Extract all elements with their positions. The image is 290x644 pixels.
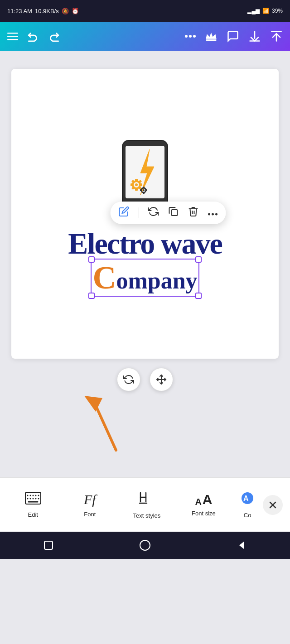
wifi-icon: 📶 xyxy=(262,8,269,14)
main-toolbar xyxy=(0,22,290,51)
color-tool[interactable]: A Co xyxy=(232,487,263,523)
edit-icon[interactable] xyxy=(118,206,129,220)
redo-button[interactable] xyxy=(48,30,60,42)
electro-wave-text: Electro wave xyxy=(68,229,222,259)
svg-rect-0 xyxy=(7,33,18,34)
network-speed: 10.9KB/s xyxy=(35,8,59,14)
electro-text: Electro wave xyxy=(68,229,222,259)
time: 11:23 AM xyxy=(7,8,32,14)
nav-bar xyxy=(0,532,290,559)
svg-point-12 xyxy=(135,183,138,186)
svg-rect-1 xyxy=(7,36,18,37)
font-size-tool[interactable]: AA Font size xyxy=(175,488,232,521)
crown-icon[interactable] xyxy=(205,30,218,43)
keyboard-icon xyxy=(25,492,41,508)
share-button[interactable] xyxy=(270,30,283,43)
color-icon: A xyxy=(241,491,254,508)
svg-point-3 xyxy=(185,35,188,38)
svg-rect-24 xyxy=(143,192,145,194)
move-button[interactable] xyxy=(150,368,173,391)
battery-level: 39% xyxy=(272,8,283,14)
square-nav-icon[interactable] xyxy=(42,538,55,552)
font-icon: Ff xyxy=(84,492,96,507)
more-options-button[interactable] xyxy=(185,34,196,38)
color-label: Co xyxy=(244,512,251,519)
font-tool[interactable]: Ff Font xyxy=(62,487,119,522)
svg-rect-23 xyxy=(143,187,145,188)
home-nav-icon[interactable] xyxy=(138,538,152,552)
svg-rect-26 xyxy=(145,189,147,191)
svg-point-30 xyxy=(215,213,218,216)
svg-rect-15 xyxy=(130,183,133,186)
design-card[interactable]: Electro wave xyxy=(11,69,279,359)
font-label: Font xyxy=(84,511,96,518)
svg-rect-53 xyxy=(44,541,53,549)
text-styles-icon xyxy=(139,491,155,509)
undo-button[interactable] xyxy=(27,30,39,42)
copy-icon[interactable] xyxy=(168,206,179,220)
mute-icon: 🔕 xyxy=(62,8,69,14)
svg-rect-14 xyxy=(135,188,138,191)
canvas-area: Electro wave xyxy=(0,51,290,477)
font-size-icon: AA xyxy=(195,493,212,506)
svg-rect-6 xyxy=(206,39,216,41)
context-menu xyxy=(110,202,226,224)
status-left: 11:23 AM 10.9KB/s 🔕 ⏰ xyxy=(7,8,79,14)
svg-rect-2 xyxy=(7,39,18,40)
svg-point-54 xyxy=(140,540,150,550)
svg-rect-13 xyxy=(135,179,138,182)
svg-point-4 xyxy=(189,35,192,38)
svg-rect-25 xyxy=(140,189,142,191)
replace-icon[interactable] xyxy=(148,206,159,220)
svg-marker-32 xyxy=(84,396,102,412)
font-size-label: Font size xyxy=(192,510,216,517)
back-nav-icon[interactable] xyxy=(235,538,248,552)
menu-divider xyxy=(138,207,139,218)
close-button[interactable] xyxy=(263,495,283,515)
alarm-icon: ⏰ xyxy=(72,8,79,14)
more-icon[interactable] xyxy=(208,207,218,219)
company-name: Electro wave xyxy=(25,229,265,294)
status-right: ▂▄▆ 📶 39% xyxy=(247,8,283,14)
status-bar: 11:23 AM 10.9KB/s 🔕 ⏰ ▂▄▆ 📶 39% xyxy=(0,0,290,22)
svg-point-29 xyxy=(212,213,214,216)
svg-point-5 xyxy=(193,35,196,38)
arrow-area xyxy=(0,396,290,477)
bottom-toolbar: Edit Ff Font Text styles AA Font size xyxy=(0,477,290,532)
toolbar-right xyxy=(185,30,283,43)
signal-icon: ▂▄▆ xyxy=(247,8,260,14)
c-letter: C xyxy=(92,260,116,296)
svg-rect-16 xyxy=(140,183,142,186)
svg-rect-27 xyxy=(171,210,177,216)
chat-icon[interactable] xyxy=(227,30,239,43)
text-styles-label: Text styles xyxy=(133,512,161,519)
svg-text:A: A xyxy=(243,495,249,502)
company-text: Company xyxy=(92,261,197,294)
arrow-indicator xyxy=(80,387,134,461)
toolbar-left xyxy=(7,30,60,42)
svg-marker-55 xyxy=(239,542,244,549)
svg-point-28 xyxy=(208,213,210,216)
delete-icon[interactable] xyxy=(188,206,198,220)
company-text-wrapper[interactable]: Company xyxy=(92,261,197,294)
svg-point-22 xyxy=(143,189,145,191)
menu-icon[interactable] xyxy=(7,31,18,42)
download-button[interactable] xyxy=(248,30,261,43)
ompany-text: ompany xyxy=(116,268,197,293)
text-styles-tool[interactable]: Text styles xyxy=(118,486,175,524)
edit-label: Edit xyxy=(28,511,38,518)
edit-tool[interactable]: Edit xyxy=(5,487,62,523)
